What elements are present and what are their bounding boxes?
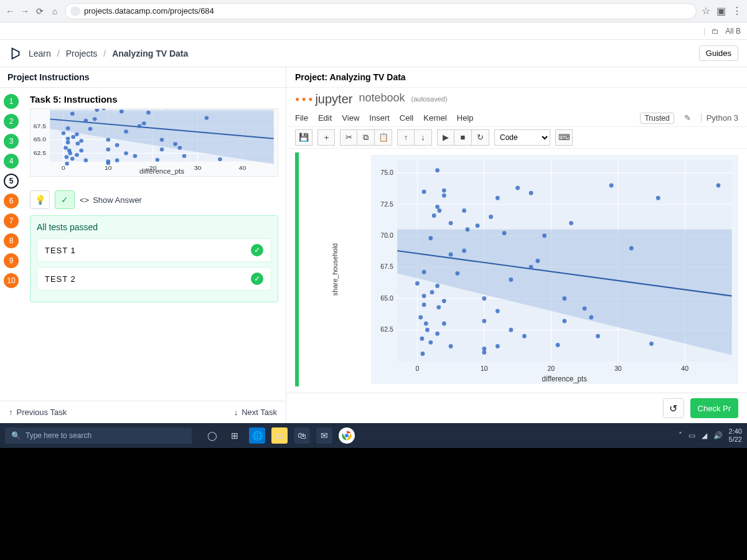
svg-point-130 [449,221,453,225]
bookmarks-strip: | 🗀 All B [0,22,747,40]
taskbar-clock[interactable]: 2:40 5/22 [729,427,742,444]
star-icon[interactable]: ☆ [702,5,710,17]
svg-point-137 [476,223,480,228]
step-2[interactable]: 2 [4,114,19,129]
svg-point-158 [569,221,573,225]
menu-view[interactable]: View [342,113,359,123]
volume-icon[interactable]: 🔊 [713,431,723,440]
step-10[interactable]: 10 [4,273,19,288]
svg-text:difference_pts: difference_pts [139,167,184,175]
step-7[interactable]: 7 [4,213,19,228]
guides-button[interactable]: Guides [699,45,738,61]
battery-icon[interactable]: ▭ [688,431,695,440]
step-9[interactable]: 9 [4,253,19,268]
move-down-icon[interactable]: ↓ [415,129,432,146]
move-up-icon[interactable]: ↑ [397,129,415,146]
run-icon[interactable]: ▶ [437,129,454,146]
check-tab-button[interactable]: ✓ [55,190,75,209]
check-icon: ✓ [251,244,263,256]
menu-kernel[interactable]: Kernel [423,113,447,123]
test-row[interactable]: TEST 1✓ [37,238,271,262]
back-icon[interactable]: ← [5,6,15,16]
svg-point-148 [509,277,513,281]
wifi-icon[interactable]: ◢ [702,431,707,440]
trusted-badge[interactable]: Trusted [640,113,674,124]
jupyter-menubar: FileEditViewInsertCellKernelHelp Trusted… [286,110,747,127]
paste-icon[interactable]: 📋 [375,129,392,146]
svg-point-73 [177,146,182,149]
svg-point-157 [562,319,566,323]
mail-icon[interactable]: ✉ [316,427,332,444]
taskbar-search[interactable]: 🔍 Type here to search [5,427,192,444]
step-8[interactable]: 8 [4,233,19,248]
add-cell-icon[interactable]: ＋ [317,129,335,146]
svg-point-138 [482,296,486,301]
restart-icon[interactable]: ↻ [472,129,489,146]
check-project-button[interactable]: Check Pr [690,398,738,418]
cell-type-select[interactable]: Code [494,129,550,146]
next-task-button[interactable]: ↓ Next Task [234,408,277,417]
breadcrumb-learn[interactable]: Learn [29,49,51,58]
previous-task-button[interactable]: ↑ Previous Task [9,408,67,417]
svg-text:20: 20 [547,364,555,371]
svg-point-152 [529,264,533,269]
step-6[interactable]: 6 [4,194,19,208]
reload-icon[interactable]: ⟳ [35,6,45,16]
svg-point-46 [88,127,93,131]
edit-icon[interactable]: ✎ [684,113,691,123]
svg-point-69 [160,138,164,141]
step-4[interactable]: 4 [4,154,19,169]
svg-point-39 [79,149,83,152]
url-bar[interactable]: projects.datacamp.com/projects/684 [65,3,697,19]
explorer-icon[interactable]: 🗂 [271,427,288,444]
menu-insert[interactable]: Insert [369,113,390,123]
chrome-icon[interactable] [339,427,355,444]
svg-point-135 [462,208,466,212]
edge-icon[interactable]: 🌐 [249,427,265,444]
store-icon[interactable]: 🛍 [294,427,310,444]
menu-edit[interactable]: Edit [318,113,332,123]
svg-text:40: 40 [239,164,247,171]
datacamp-logo-icon[interactable] [9,47,22,60]
svg-point-145 [496,343,500,348]
test-row[interactable]: TEST 2✓ [37,267,271,291]
svg-point-20 [63,146,68,149]
bookmark-folder-icon[interactable]: 🗀 [712,27,719,35]
command-palette-icon[interactable]: ⌨ [555,129,573,146]
home-icon[interactable]: ⌂ [50,6,60,16]
show-answer-button[interactable]: <> Show Answer [80,195,142,205]
menu-help[interactable]: Help [457,113,474,123]
step-1[interactable]: 1 [4,94,19,109]
reset-button[interactable]: ↺ [663,398,684,418]
copy-icon[interactable]: ⧉ [357,129,375,146]
more-icon[interactable]: ⋮ [732,5,742,17]
svg-point-63 [133,154,138,158]
svg-point-164 [649,341,654,345]
menu-cell[interactable]: Cell [400,113,413,123]
svg-point-33 [75,153,79,157]
svg-point-107 [418,315,423,319]
step-3[interactable]: 3 [4,134,19,149]
svg-point-119 [432,213,436,218]
stop-icon[interactable]: ■ [454,129,472,146]
tray-chevron-icon[interactable]: ˄ [679,431,682,440]
task-view-icon[interactable]: ⊞ [227,427,243,444]
svg-point-71 [164,108,169,109]
cortana-icon[interactable]: ◯ [204,427,220,444]
step-5[interactable]: 5 [4,174,19,189]
save-icon[interactable]: 💾 [295,129,312,146]
datacamp-header: Learn / Projects / Analyzing TV Data Gui… [0,40,747,67]
menu-file[interactable]: File [295,113,308,123]
svg-point-54 [106,161,110,165]
bookmark-all[interactable]: All B [725,27,741,35]
extension-icon[interactable]: ▣ [716,5,726,17]
svg-text:67.5: 67.5 [380,263,393,270]
breadcrumb-projects[interactable]: Projects [66,49,98,58]
cut-icon[interactable]: ✂ [340,129,357,146]
svg-text:62.5: 62.5 [380,325,393,333]
svg-point-77 [218,157,222,161]
svg-text:65.0: 65.0 [34,136,47,143]
forward-icon[interactable]: → [20,6,30,16]
hint-button[interactable]: 💡 [30,190,50,209]
svg-point-61 [124,129,128,133]
